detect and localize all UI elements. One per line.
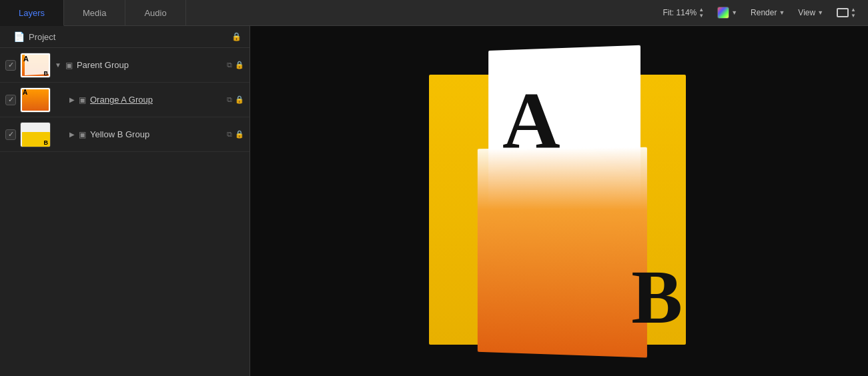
- parent-group-lock-icon[interactable]: 🔒: [235, 61, 244, 69]
- thumb-yellow-b-letter: B: [44, 139, 49, 146]
- thumb-b: B: [44, 70, 49, 77]
- orange-a-thumb-content: A: [21, 88, 50, 112]
- color-swatch-icon: [717, 7, 729, 19]
- orange-a-thumbnail: A: [20, 87, 51, 113]
- tab-audio[interactable]: Audio: [125, 0, 185, 25]
- monitor-up-arrow: ▲: [851, 7, 856, 13]
- thumb-orange-a-letter: A: [23, 89, 27, 96]
- yellow-b-expand-arrow[interactable]: ▶: [69, 131, 75, 138]
- parent-group-copy-icon[interactable]: ⧉: [227, 61, 232, 69]
- color-swatch-chevron: ▼: [731, 9, 737, 16]
- canvas-area[interactable]: A B: [250, 26, 868, 376]
- fit-down-arrow: ▼: [699, 13, 704, 19]
- layer-row-parent-group: A B ▼ ▣ Parent Group ⧉ 🔒: [0, 48, 250, 83]
- yellow-b-name: Yellow B Group: [90, 129, 223, 139]
- parent-group-name: Parent Group: [77, 60, 223, 70]
- yellow-b-copy-icon[interactable]: ⧉: [227, 130, 232, 139]
- monitor-down-arrow: ▼: [851, 13, 856, 19]
- orange-a-lock-icon[interactable]: 🔒: [235, 95, 244, 104]
- yellow-b-thumbnail: B: [20, 122, 51, 147]
- layer-row-yellow-b-group: B ▶ ▣ Yellow B Group ⧉ 🔒: [0, 117, 250, 152]
- fit-stepper[interactable]: ▲ ▼: [699, 7, 704, 19]
- yellow-b-type-icon: ▣: [79, 130, 86, 139]
- monitor-icon: [837, 8, 849, 17]
- letter-a: A: [502, 75, 560, 167]
- tab-layers[interactable]: Layers: [0, 0, 64, 26]
- render-button[interactable]: Render ▼: [747, 7, 789, 19]
- orange-a-type-icon: ▣: [79, 95, 86, 105]
- project-label: Project: [29, 32, 228, 42]
- view-chevron: ▼: [817, 9, 823, 16]
- orange-front-panel: [478, 147, 647, 357]
- parent-group-thumbnail: A B: [20, 53, 51, 78]
- orange-a-expand-arrow[interactable]: ▶: [69, 96, 75, 103]
- top-bar: Layers Media Audio Fit: 114% ▲ ▼ ▼ Rende…: [0, 0, 868, 26]
- yellow-b-actions: ⧉ 🔒: [227, 130, 244, 139]
- project-lock-icon[interactable]: 🔒: [232, 32, 242, 41]
- parent-group-thumb-content: A B: [21, 53, 50, 77]
- monitor-stepper[interactable]: ▲ ▼: [851, 7, 856, 19]
- letter-b: B: [631, 253, 683, 341]
- parent-group-checkbox[interactable]: [5, 60, 16, 71]
- fit-up-arrow: ▲: [699, 7, 704, 13]
- main-content: 📄 Project 🔒 A B ▼ ▣ Parent Group ⧉ 🔒: [0, 26, 868, 376]
- monitor-size-button[interactable]: ▲ ▼: [833, 6, 860, 20]
- parent-group-type-icon: ▣: [65, 61, 73, 70]
- composition: A B: [416, 48, 703, 355]
- thumb-a: A: [23, 55, 29, 63]
- render-chevron: ▼: [779, 9, 785, 16]
- fit-percentage[interactable]: Fit: 114% ▲ ▼: [659, 6, 709, 20]
- parent-group-expand-arrow[interactable]: ▼: [55, 61, 61, 69]
- tab-media[interactable]: Media: [64, 0, 125, 25]
- parent-group-actions: ⧉ 🔒: [227, 61, 244, 69]
- project-file-icon: 📄: [13, 31, 25, 42]
- yellow-b-thumb-content: B: [21, 123, 50, 147]
- view-button[interactable]: View ▼: [794, 7, 827, 19]
- layer-row-orange-a-group: A ▶ ▣ Orange A Group ⧉ 🔒: [0, 83, 250, 117]
- orange-a-actions: ⧉ 🔒: [227, 95, 244, 104]
- yellow-b-lock-icon[interactable]: 🔒: [235, 130, 244, 139]
- sidebar: 📄 Project 🔒 A B ▼ ▣ Parent Group ⧉ 🔒: [0, 26, 250, 376]
- yellow-b-checkbox[interactable]: [5, 129, 16, 140]
- project-row: 📄 Project 🔒: [0, 26, 250, 48]
- orange-a-name: Orange A Group: [90, 95, 223, 105]
- orange-a-copy-icon[interactable]: ⧉: [227, 95, 232, 104]
- orange-a-checkbox[interactable]: [5, 95, 16, 105]
- color-swatch-button[interactable]: ▼: [713, 5, 741, 20]
- toolbar-right: Fit: 114% ▲ ▼ ▼ Render ▼ View ▼ ▲ ▼: [659, 0, 868, 25]
